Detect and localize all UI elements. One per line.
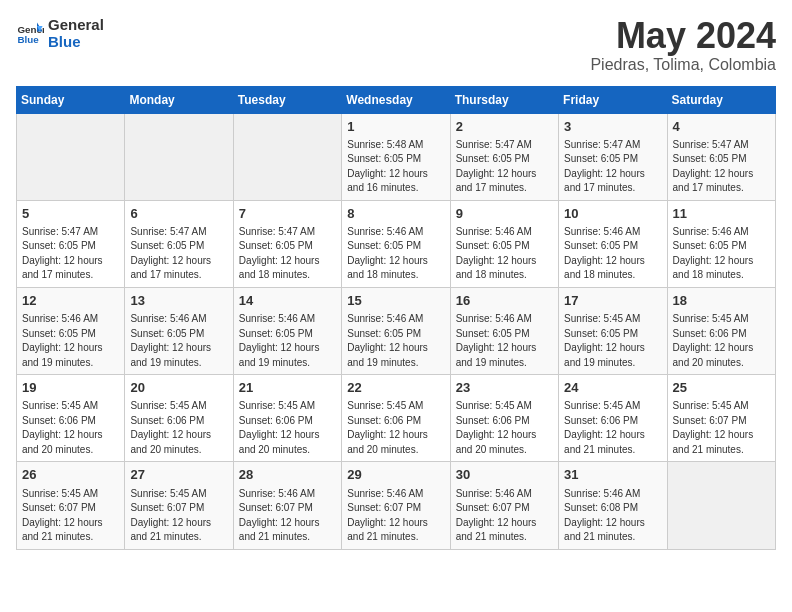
day-number: 25 [673, 379, 770, 397]
calendar-cell: 31Sunrise: 5:46 AM Sunset: 6:08 PM Dayli… [559, 462, 667, 549]
day-info: Sunrise: 5:46 AM Sunset: 6:05 PM Dayligh… [22, 312, 119, 370]
calendar-cell: 21Sunrise: 5:45 AM Sunset: 6:06 PM Dayli… [233, 375, 341, 462]
day-number: 24 [564, 379, 661, 397]
calendar-cell: 15Sunrise: 5:46 AM Sunset: 6:05 PM Dayli… [342, 287, 450, 374]
day-info: Sunrise: 5:47 AM Sunset: 6:05 PM Dayligh… [673, 138, 770, 196]
weekday-header-tuesday: Tuesday [233, 86, 341, 113]
calendar-week-row: 26Sunrise: 5:45 AM Sunset: 6:07 PM Dayli… [17, 462, 776, 549]
calendar-cell: 18Sunrise: 5:45 AM Sunset: 6:06 PM Dayli… [667, 287, 775, 374]
day-number: 17 [564, 292, 661, 310]
day-number: 16 [456, 292, 553, 310]
day-number: 9 [456, 205, 553, 223]
day-number: 4 [673, 118, 770, 136]
calendar-table: SundayMondayTuesdayWednesdayThursdayFrid… [16, 86, 776, 550]
day-number: 10 [564, 205, 661, 223]
day-number: 5 [22, 205, 119, 223]
weekday-header-saturday: Saturday [667, 86, 775, 113]
svg-text:Blue: Blue [17, 34, 39, 45]
day-info: Sunrise: 5:47 AM Sunset: 6:05 PM Dayligh… [456, 138, 553, 196]
day-info: Sunrise: 5:47 AM Sunset: 6:05 PM Dayligh… [22, 225, 119, 283]
weekday-header-sunday: Sunday [17, 86, 125, 113]
day-number: 2 [456, 118, 553, 136]
day-number: 22 [347, 379, 444, 397]
day-info: Sunrise: 5:45 AM Sunset: 6:06 PM Dayligh… [347, 399, 444, 457]
calendar-cell: 24Sunrise: 5:45 AM Sunset: 6:06 PM Dayli… [559, 375, 667, 462]
day-info: Sunrise: 5:45 AM Sunset: 6:05 PM Dayligh… [564, 312, 661, 370]
calendar-cell: 26Sunrise: 5:45 AM Sunset: 6:07 PM Dayli… [17, 462, 125, 549]
calendar-cell [667, 462, 775, 549]
day-info: Sunrise: 5:46 AM Sunset: 6:05 PM Dayligh… [130, 312, 227, 370]
header: General Blue General Blue May 2024 Piedr… [16, 16, 776, 74]
day-info: Sunrise: 5:47 AM Sunset: 6:05 PM Dayligh… [239, 225, 336, 283]
day-number: 19 [22, 379, 119, 397]
weekday-header-thursday: Thursday [450, 86, 558, 113]
calendar-cell: 7Sunrise: 5:47 AM Sunset: 6:05 PM Daylig… [233, 200, 341, 287]
day-number: 23 [456, 379, 553, 397]
calendar-cell: 6Sunrise: 5:47 AM Sunset: 6:05 PM Daylig… [125, 200, 233, 287]
day-info: Sunrise: 5:46 AM Sunset: 6:05 PM Dayligh… [564, 225, 661, 283]
calendar-week-row: 12Sunrise: 5:46 AM Sunset: 6:05 PM Dayli… [17, 287, 776, 374]
day-number: 18 [673, 292, 770, 310]
calendar-week-row: 5Sunrise: 5:47 AM Sunset: 6:05 PM Daylig… [17, 200, 776, 287]
logo: General Blue General Blue [16, 16, 104, 50]
day-number: 15 [347, 292, 444, 310]
day-number: 12 [22, 292, 119, 310]
day-info: Sunrise: 5:46 AM Sunset: 6:05 PM Dayligh… [347, 225, 444, 283]
day-info: Sunrise: 5:46 AM Sunset: 6:07 PM Dayligh… [347, 487, 444, 545]
day-info: Sunrise: 5:45 AM Sunset: 6:06 PM Dayligh… [239, 399, 336, 457]
day-info: Sunrise: 5:45 AM Sunset: 6:07 PM Dayligh… [22, 487, 119, 545]
calendar-cell: 19Sunrise: 5:45 AM Sunset: 6:06 PM Dayli… [17, 375, 125, 462]
day-info: Sunrise: 5:45 AM Sunset: 6:06 PM Dayligh… [22, 399, 119, 457]
calendar-cell: 4Sunrise: 5:47 AM Sunset: 6:05 PM Daylig… [667, 113, 775, 200]
day-info: Sunrise: 5:45 AM Sunset: 6:07 PM Dayligh… [130, 487, 227, 545]
calendar-cell: 1Sunrise: 5:48 AM Sunset: 6:05 PM Daylig… [342, 113, 450, 200]
logo-general: General [48, 16, 104, 33]
day-info: Sunrise: 5:46 AM Sunset: 6:05 PM Dayligh… [673, 225, 770, 283]
day-number: 29 [347, 466, 444, 484]
calendar-cell: 2Sunrise: 5:47 AM Sunset: 6:05 PM Daylig… [450, 113, 558, 200]
day-number: 1 [347, 118, 444, 136]
day-info: Sunrise: 5:46 AM Sunset: 6:07 PM Dayligh… [239, 487, 336, 545]
calendar-cell: 3Sunrise: 5:47 AM Sunset: 6:05 PM Daylig… [559, 113, 667, 200]
title-section: May 2024 Piedras, Tolima, Colombia [590, 16, 776, 74]
weekday-header-row: SundayMondayTuesdayWednesdayThursdayFrid… [17, 86, 776, 113]
day-info: Sunrise: 5:47 AM Sunset: 6:05 PM Dayligh… [564, 138, 661, 196]
calendar-cell: 30Sunrise: 5:46 AM Sunset: 6:07 PM Dayli… [450, 462, 558, 549]
day-info: Sunrise: 5:45 AM Sunset: 6:06 PM Dayligh… [564, 399, 661, 457]
calendar-cell: 17Sunrise: 5:45 AM Sunset: 6:05 PM Dayli… [559, 287, 667, 374]
calendar-cell: 12Sunrise: 5:46 AM Sunset: 6:05 PM Dayli… [17, 287, 125, 374]
day-info: Sunrise: 5:46 AM Sunset: 6:08 PM Dayligh… [564, 487, 661, 545]
calendar-cell: 13Sunrise: 5:46 AM Sunset: 6:05 PM Dayli… [125, 287, 233, 374]
calendar-cell [125, 113, 233, 200]
calendar-cell: 11Sunrise: 5:46 AM Sunset: 6:05 PM Dayli… [667, 200, 775, 287]
day-number: 8 [347, 205, 444, 223]
day-number: 13 [130, 292, 227, 310]
calendar-cell: 27Sunrise: 5:45 AM Sunset: 6:07 PM Dayli… [125, 462, 233, 549]
day-number: 27 [130, 466, 227, 484]
calendar-cell: 14Sunrise: 5:46 AM Sunset: 6:05 PM Dayli… [233, 287, 341, 374]
weekday-header-friday: Friday [559, 86, 667, 113]
location: Piedras, Tolima, Colombia [590, 56, 776, 74]
day-info: Sunrise: 5:47 AM Sunset: 6:05 PM Dayligh… [130, 225, 227, 283]
calendar-cell: 29Sunrise: 5:46 AM Sunset: 6:07 PM Dayli… [342, 462, 450, 549]
calendar-cell: 25Sunrise: 5:45 AM Sunset: 6:07 PM Dayli… [667, 375, 775, 462]
calendar-week-row: 1Sunrise: 5:48 AM Sunset: 6:05 PM Daylig… [17, 113, 776, 200]
day-number: 11 [673, 205, 770, 223]
day-number: 28 [239, 466, 336, 484]
calendar-cell: 23Sunrise: 5:45 AM Sunset: 6:06 PM Dayli… [450, 375, 558, 462]
day-number: 3 [564, 118, 661, 136]
day-info: Sunrise: 5:46 AM Sunset: 6:05 PM Dayligh… [239, 312, 336, 370]
logo-blue: Blue [48, 33, 104, 50]
calendar-cell: 28Sunrise: 5:46 AM Sunset: 6:07 PM Dayli… [233, 462, 341, 549]
day-number: 20 [130, 379, 227, 397]
calendar-cell: 5Sunrise: 5:47 AM Sunset: 6:05 PM Daylig… [17, 200, 125, 287]
day-info: Sunrise: 5:48 AM Sunset: 6:05 PM Dayligh… [347, 138, 444, 196]
day-info: Sunrise: 5:45 AM Sunset: 6:07 PM Dayligh… [673, 399, 770, 457]
day-info: Sunrise: 5:46 AM Sunset: 6:05 PM Dayligh… [456, 312, 553, 370]
logo-icon: General Blue [16, 19, 44, 47]
day-number: 26 [22, 466, 119, 484]
calendar-cell: 8Sunrise: 5:46 AM Sunset: 6:05 PM Daylig… [342, 200, 450, 287]
calendar-cell [17, 113, 125, 200]
calendar-cell: 22Sunrise: 5:45 AM Sunset: 6:06 PM Dayli… [342, 375, 450, 462]
day-info: Sunrise: 5:46 AM Sunset: 6:05 PM Dayligh… [347, 312, 444, 370]
